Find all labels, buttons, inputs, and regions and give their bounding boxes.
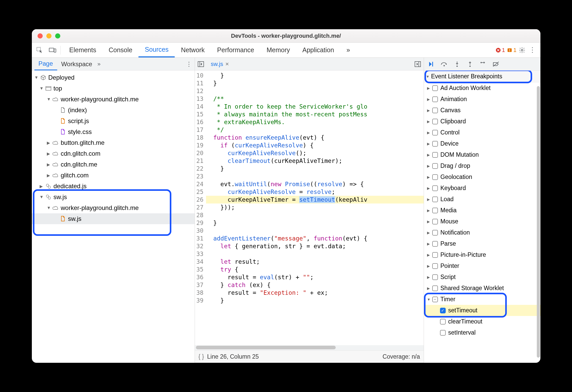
checkbox-icon[interactable] xyxy=(432,230,438,236)
subtabs-overflow-icon[interactable]: » xyxy=(96,61,101,67)
bp-category[interactable]: ▶Animation xyxy=(424,94,540,105)
inspect-element-icon[interactable] xyxy=(34,45,45,55)
bp-category[interactable]: ▶Pointer xyxy=(424,260,540,272)
checkbox-icon[interactable] xyxy=(432,208,438,213)
checkbox-icon[interactable] xyxy=(432,185,438,191)
bp-item[interactable]: setInterval xyxy=(424,327,540,338)
checkbox-icon[interactable] xyxy=(432,263,438,269)
checkbox-icon[interactable] xyxy=(432,252,438,258)
checkbox-icon[interactable] xyxy=(432,96,438,102)
error-count[interactable]: 1 xyxy=(496,47,505,54)
tab-network[interactable]: Network xyxy=(175,43,211,57)
bp-category[interactable]: ▶Device xyxy=(424,138,540,149)
checkbox-icon[interactable] xyxy=(432,241,438,247)
tree-sw-js[interactable]: sw.js xyxy=(32,213,195,224)
navigator-more-icon[interactable]: ⋮ xyxy=(186,61,192,68)
checkbox-icon[interactable] xyxy=(432,163,438,169)
tab-memory[interactable]: Memory xyxy=(260,43,296,57)
checkbox-checked-icon[interactable]: ✓ xyxy=(440,308,446,313)
step-icon[interactable] xyxy=(479,61,487,68)
warning-count[interactable]: 1 xyxy=(507,47,516,54)
tree-dedicated-js[interactable]: ▶dedicated.js xyxy=(32,181,195,192)
open-file-tab[interactable]: sw.js ✕ xyxy=(209,60,231,69)
tab-console[interactable]: Console xyxy=(102,43,139,57)
tree-origin-1[interactable]: ▼worker-playground.glitch.me xyxy=(32,94,195,105)
tree-cdn-me[interactable]: ▶cdn.glitch.me xyxy=(32,159,195,170)
bp-category[interactable]: ▶Ad Auction Worklet xyxy=(424,82,540,94)
bp-category[interactable]: ▶Clipboard xyxy=(424,116,540,127)
checkbox-icon[interactable] xyxy=(432,108,438,113)
deactivate-breakpoints-icon[interactable] xyxy=(492,61,500,68)
checkbox-icon[interactable] xyxy=(432,285,438,291)
bp-item-label: clearTimeout xyxy=(448,318,482,325)
bp-category[interactable]: ▶Drag / drop xyxy=(424,160,540,171)
settings-icon[interactable] xyxy=(519,47,525,54)
bp-item[interactable]: ✓setTimeout xyxy=(424,305,540,316)
toggle-debugger-icon[interactable] xyxy=(413,60,422,69)
tab-sources[interactable]: Sources xyxy=(138,43,175,57)
checkbox-icon[interactable] xyxy=(440,330,446,336)
bp-category[interactable]: ▶Geolocation xyxy=(424,171,540,183)
bp-category-timer[interactable]: ▼−Timer xyxy=(424,294,540,305)
tree-top[interactable]: ▼top xyxy=(32,83,195,94)
checkbox-icon[interactable] xyxy=(432,130,438,135)
bp-category[interactable]: ▶Shared Storage Worklet xyxy=(424,283,540,294)
tree-sw-origin[interactable]: ▼worker-playground.glitch.me xyxy=(32,202,195,213)
device-toolbar-icon[interactable] xyxy=(47,45,58,55)
bp-category[interactable]: ▶Media xyxy=(424,205,540,216)
bp-category[interactable]: ▶Parse xyxy=(424,238,540,249)
checkbox-icon[interactable] xyxy=(432,152,438,158)
tabs-overflow-icon[interactable]: » xyxy=(340,43,356,57)
tree-glitch-com[interactable]: ▶glitch.com xyxy=(32,170,195,181)
line-gutter: 1011121314151617181920212223242526272829… xyxy=(195,71,206,345)
tree-sw-group[interactable]: ▼sw.js xyxy=(32,192,195,202)
checkbox-icon[interactable] xyxy=(432,219,438,224)
checkbox-icon[interactable] xyxy=(432,119,438,124)
checkbox-icon[interactable] xyxy=(432,197,438,202)
step-over-icon[interactable] xyxy=(441,61,448,68)
more-icon[interactable]: ⋮ xyxy=(527,46,537,54)
bp-item[interactable]: clearTimeout xyxy=(424,316,540,327)
step-into-icon[interactable] xyxy=(453,61,461,68)
resume-icon[interactable] xyxy=(428,61,435,68)
subtab-page[interactable]: Page xyxy=(34,58,57,70)
code-editor[interactable]: 1011121314151617181920212223242526272829… xyxy=(195,71,424,345)
bp-category[interactable]: ▶Control xyxy=(424,127,540,138)
tree-cdn-com[interactable]: ▶cdn.glitch.com xyxy=(32,148,195,159)
bp-category[interactable]: ▶Keyboard xyxy=(424,183,540,194)
tab-application[interactable]: Application xyxy=(296,43,340,57)
bp-category[interactable]: ▶Load xyxy=(424,194,540,205)
bp-category[interactable]: ▶Script xyxy=(424,272,540,283)
toggle-navigator-icon[interactable] xyxy=(196,60,205,69)
checkbox-mixed-icon[interactable]: − xyxy=(432,297,438,302)
checkbox-icon[interactable] xyxy=(440,319,446,325)
code-area[interactable]: } } /** * In order to keep the ServiceWo… xyxy=(206,71,423,345)
bp-category[interactable]: ▶Mouse xyxy=(424,216,540,227)
checkbox-icon[interactable] xyxy=(432,85,438,91)
checkbox-icon[interactable] xyxy=(432,274,438,280)
svg-rect-2 xyxy=(54,49,56,52)
vertical-scrollbar[interactable] xyxy=(537,86,540,358)
bp-category[interactable]: ▶DOM Mutation xyxy=(424,149,540,160)
tree-deployed[interactable]: ▼Deployed xyxy=(32,72,195,83)
tree-index[interactable]: (index) xyxy=(32,105,195,116)
close-tab-icon[interactable]: ✕ xyxy=(225,61,229,67)
event-listener-breakpoints-header[interactable]: ▼ Event Listener Breakpoints xyxy=(424,71,540,82)
tree-script-js[interactable]: script.js xyxy=(32,116,195,126)
tree-style-css[interactable]: style.css xyxy=(32,126,195,137)
step-out-icon[interactable] xyxy=(466,61,474,68)
bp-category[interactable]: ▶Picture-in-Picture xyxy=(424,249,540,260)
cursor-position: Line 26, Column 25 xyxy=(207,353,259,360)
checkbox-icon[interactable] xyxy=(432,174,438,180)
tab-elements[interactable]: Elements xyxy=(63,43,102,57)
bp-category[interactable]: ▶Notification xyxy=(424,227,540,238)
svg-rect-6 xyxy=(509,51,510,51)
tab-performance[interactable]: Performance xyxy=(211,43,260,57)
horizontal-scrollbar[interactable] xyxy=(195,345,424,350)
tree-button-glitch[interactable]: ▶button.glitch.me xyxy=(32,137,195,148)
pretty-print-icon[interactable]: { } xyxy=(199,353,204,360)
bp-category[interactable]: ▶Canvas xyxy=(424,105,540,116)
checkbox-icon[interactable] xyxy=(432,141,438,147)
scrollbar-thumb[interactable] xyxy=(196,346,336,349)
subtab-workspace[interactable]: Workspace xyxy=(57,58,97,70)
